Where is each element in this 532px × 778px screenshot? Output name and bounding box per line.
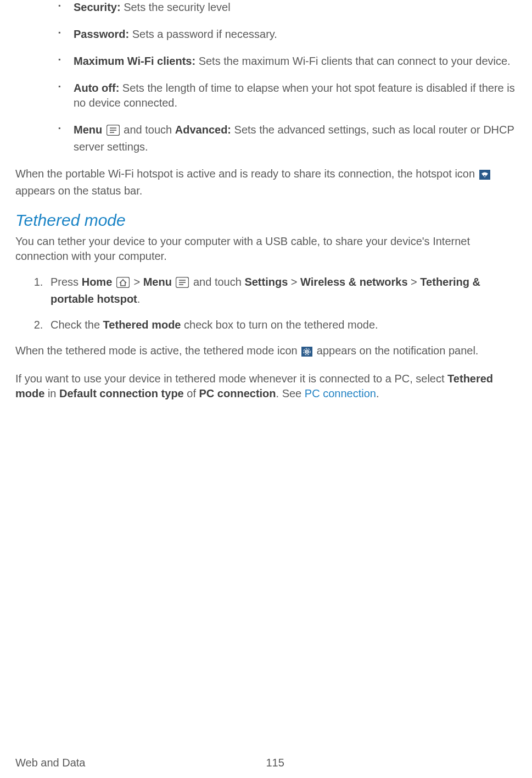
bullet-max-wifi: Maximum Wi-Fi clients: Sets the maximum … <box>58 54 516 69</box>
step-1: Press Home > Menu and touch Settings > W… <box>46 275 521 307</box>
settings-label: Settings <box>244 276 288 288</box>
text: . See <box>276 387 305 399</box>
text: in <box>44 387 59 399</box>
menu-icon <box>176 277 189 292</box>
text: and touch <box>193 276 244 288</box>
svg-point-14 <box>306 351 308 352</box>
footer-page-number: 115 <box>266 755 517 770</box>
text-post: appears on the status bar. <box>15 185 142 197</box>
hotspot-icon <box>479 169 490 184</box>
tethered-default-para: If you want to use your device in tether… <box>15 371 521 401</box>
advanced-label: Advanced: <box>175 124 231 136</box>
text: If you want to use your device in tether… <box>15 373 447 385</box>
bullet-menu-advanced: Menu and touch Advanced: Sets the advanc… <box>58 123 516 154</box>
menu-label: Menu <box>143 276 172 288</box>
text: . <box>376 387 379 399</box>
svg-point-5 <box>484 175 485 177</box>
page-footer: Web and Data 115 <box>15 755 517 770</box>
desc: Sets the security level <box>121 1 231 13</box>
label: Auto off: <box>74 82 119 94</box>
text-pre: When the portable Wi-Fi hotspot is activ… <box>15 168 478 180</box>
text-pre: When the tethered mode is active, the te… <box>15 344 300 357</box>
tethered-steps: Press Home > Menu and touch Settings > W… <box>46 275 521 332</box>
text-post: appears on the notification panel. <box>313 344 478 357</box>
pc-connection-link[interactable]: PC connection <box>305 387 376 399</box>
tethered-mode-heading: Tethered mode <box>15 209 532 232</box>
wireless-label: Wireless & networks <box>300 276 407 288</box>
desc: Sets the maximum Wi-Fi clients that can … <box>195 55 511 67</box>
tethered-mode-label: Tethered mode <box>103 319 181 331</box>
text: Press <box>51 276 82 288</box>
text: Check the <box>51 319 103 331</box>
text: of <box>184 387 199 399</box>
hotspot-status-para: When the portable Wi-Fi hotspot is activ… <box>15 166 521 198</box>
home-icon <box>116 277 130 292</box>
desc: Sets a password if necessary. <box>129 28 277 40</box>
text: > <box>133 276 143 288</box>
text: > <box>288 276 300 288</box>
menu-icon <box>107 125 120 140</box>
home-label: Home <box>82 276 113 288</box>
b3: PC connection <box>199 387 276 399</box>
text: and touch <box>124 124 175 136</box>
tethered-active-para: When the tethered mode is active, the te… <box>15 343 521 360</box>
bullet-password: Password: Sets a password if necessary. <box>58 27 516 42</box>
desc: Sets the length of time to elapse when y… <box>74 82 515 109</box>
text: > <box>408 276 421 288</box>
label: Security: <box>74 1 121 13</box>
settings-bullet-list: Security: Sets the security level Passwo… <box>58 0 516 154</box>
tethered-mode-icon <box>301 346 312 360</box>
label: Menu <box>74 124 102 136</box>
b2: Default connection type <box>59 387 184 399</box>
bullet-security: Security: Sets the security level <box>58 0 516 15</box>
text: . <box>137 293 141 305</box>
step-2: Check the Tethered mode check box to tur… <box>46 318 521 332</box>
label: Maximum Wi-Fi clients: <box>74 55 195 67</box>
bullet-auto-off: Auto off: Sets the length of time to ela… <box>58 81 516 110</box>
label: Password: <box>74 28 129 40</box>
footer-section: Web and Data <box>15 755 266 770</box>
text: check box to turn on the tethered mode. <box>181 319 378 331</box>
tethered-intro: You can tether your device to your compu… <box>15 234 521 264</box>
